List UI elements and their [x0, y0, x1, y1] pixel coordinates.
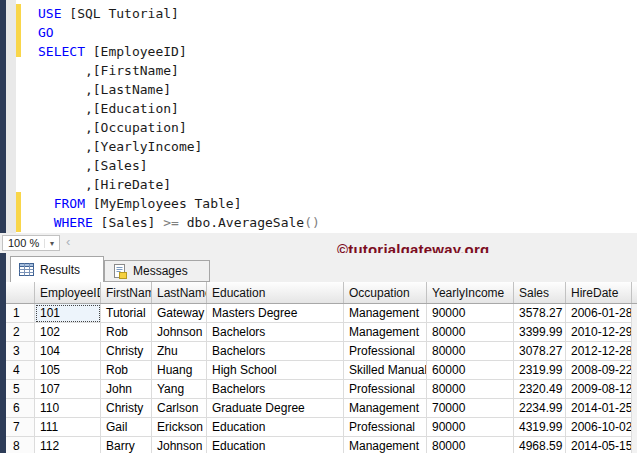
column-header-firstname[interactable]: FirstName	[101, 282, 152, 303]
tab-results[interactable]: Results	[10, 256, 104, 282]
grid-cell[interactable]: 80000	[427, 342, 514, 361]
grid-cell[interactable]: High School	[207, 361, 344, 380]
code-line: ,[Education]	[38, 99, 637, 118]
column-header-yearlyincome[interactable]: YearlyIncome	[427, 282, 514, 303]
sql-keyword: WHERE	[54, 215, 93, 230]
zoom-level-select[interactable]: 100 % ▾	[2, 235, 60, 251]
grid-cell[interactable]: Skilled Manual	[344, 361, 427, 380]
grid-cell[interactable]: Zhu	[152, 342, 207, 361]
grid-cell[interactable]: Management	[344, 323, 427, 342]
grid-cell[interactable]: Bachelors	[207, 380, 344, 399]
zoom-level-value: 100 %	[3, 237, 44, 249]
column-header-sales[interactable]: Sales	[514, 282, 566, 303]
grid-cell[interactable]: 111	[35, 418, 101, 437]
grid-cell[interactable]: Professional	[344, 418, 427, 437]
tab-messages[interactable]: Messages	[104, 260, 210, 282]
grid-cell[interactable]: 80000	[427, 380, 514, 399]
grid-cell[interactable]: Huang	[152, 361, 207, 380]
sql-text: [Sales]	[93, 215, 163, 230]
grid-cell[interactable]: 104	[35, 342, 101, 361]
grid-cell[interactable]: 2009-08-12	[566, 380, 632, 399]
column-header-hiredate[interactable]: HireDate	[566, 282, 632, 303]
row-number[interactable]: 2	[6, 323, 35, 342]
grid-cell[interactable]: 2012-12-28	[566, 342, 632, 361]
grid-cell[interactable]: 90000	[427, 418, 514, 437]
column-header-education[interactable]: Education	[207, 282, 344, 303]
grid-cell[interactable]: Erickson	[152, 418, 207, 437]
grid-cell[interactable]: 2010-12-29	[566, 323, 632, 342]
grid-cell[interactable]: Rob	[101, 361, 152, 380]
row-number[interactable]: 5	[6, 380, 35, 399]
sql-code[interactable]: USE [SQL Tutorial]GOSELECT [EmployeeID] …	[21, 0, 637, 233]
sql-operator: ()	[304, 215, 320, 230]
grid-cell[interactable]: 3399.99	[514, 323, 566, 342]
grid-cell[interactable]: Management	[344, 437, 427, 453]
grid-cell[interactable]: 110	[35, 399, 101, 418]
results-grid-icon	[19, 263, 34, 276]
scroll-left-icon[interactable]: ‹	[66, 234, 70, 249]
grid-cell[interactable]: 2319.99	[514, 361, 566, 380]
grid-cell[interactable]: 70000	[427, 399, 514, 418]
grid-cell[interactable]: Management	[344, 399, 427, 418]
grid-cell[interactable]: Christy	[101, 399, 152, 418]
row-number[interactable]: 8	[6, 437, 35, 453]
grid-cell[interactable]: 2014-01-25	[566, 399, 632, 418]
grid-cell[interactable]: Gateway	[152, 304, 207, 323]
grid-cell[interactable]: 3578.27	[514, 304, 566, 323]
grid-cell[interactable]: 102	[35, 323, 101, 342]
code-line: ,[Occupation]	[38, 118, 637, 137]
sql-editor[interactable]: USE [SQL Tutorial]GOSELECT [EmployeeID] …	[6, 0, 637, 233]
grid-cell[interactable]: 2014-05-15	[566, 437, 632, 453]
grid-cell[interactable]: Professional	[344, 380, 427, 399]
grid-cell[interactable]: Bachelors	[207, 342, 344, 361]
grid-cell[interactable]: Graduate Degree	[207, 399, 344, 418]
grid-cell[interactable]: Bachelors	[207, 323, 344, 342]
grid-cell[interactable]: 2234.99	[514, 399, 566, 418]
grid-cell[interactable]: Yang	[152, 380, 207, 399]
row-number[interactable]: 3	[6, 342, 35, 361]
grid-header-row: EmployeeIDFirstNameLastNameEducationOccu…	[6, 282, 637, 304]
row-number[interactable]: 6	[6, 399, 35, 418]
row-number[interactable]: 1	[6, 304, 35, 323]
grid-cell[interactable]: 90000	[427, 304, 514, 323]
grid-cell[interactable]: 107	[35, 380, 101, 399]
grid-cell[interactable]: 101	[35, 304, 101, 323]
grid-cell[interactable]: 3078.27	[514, 342, 566, 361]
grid-cell[interactable]: Professional	[344, 342, 427, 361]
table-row: 7111GailEricksonEducationProfessional900…	[6, 418, 637, 437]
grid-cell[interactable]: 4319.99	[514, 418, 566, 437]
sql-text: [EmployeeID]	[85, 44, 187, 59]
grid-cell[interactable]: Management	[344, 304, 427, 323]
grid-cell[interactable]: 2006-10-02	[566, 418, 632, 437]
grid-cell[interactable]: 2320.49	[514, 380, 566, 399]
grid-cell[interactable]: Barry	[101, 437, 152, 453]
grid-cell[interactable]: Christy	[101, 342, 152, 361]
code-line: ,[LastName]	[38, 80, 637, 99]
sql-text	[38, 196, 54, 211]
column-header-lastname[interactable]: LastName	[152, 282, 207, 303]
grid-cell[interactable]: 60000	[427, 361, 514, 380]
grid-cell[interactable]: Education	[207, 437, 344, 453]
grid-cell[interactable]: Johnson	[152, 323, 207, 342]
grid-cell[interactable]: John	[101, 380, 152, 399]
grid-cell[interactable]: 80000	[427, 437, 514, 453]
grid-cell[interactable]: 112	[35, 437, 101, 453]
grid-cell[interactable]: Rob	[101, 323, 152, 342]
grid-cell[interactable]: 2008-09-22	[566, 361, 632, 380]
grid-cell[interactable]: 4968.59	[514, 437, 566, 453]
grid-cell[interactable]: Masters Degree	[207, 304, 344, 323]
grid-cell[interactable]: Carlson	[152, 399, 207, 418]
row-number[interactable]: 4	[6, 361, 35, 380]
grid-cell[interactable]: Johnson	[152, 437, 207, 453]
grid-cell[interactable]: 80000	[427, 323, 514, 342]
row-number[interactable]: 7	[6, 418, 35, 437]
grid-cell[interactable]: Tutorial	[101, 304, 152, 323]
editor-gutter	[6, 0, 16, 233]
grid-cell[interactable]: Education	[207, 418, 344, 437]
column-header-row-number[interactable]	[6, 282, 35, 303]
column-header-employeeid[interactable]: EmployeeID	[35, 282, 101, 303]
column-header-occupation[interactable]: Occupation	[344, 282, 427, 303]
grid-cell[interactable]: 105	[35, 361, 101, 380]
grid-cell[interactable]: Gail	[101, 418, 152, 437]
grid-cell[interactable]: 2006-01-28	[566, 304, 632, 323]
